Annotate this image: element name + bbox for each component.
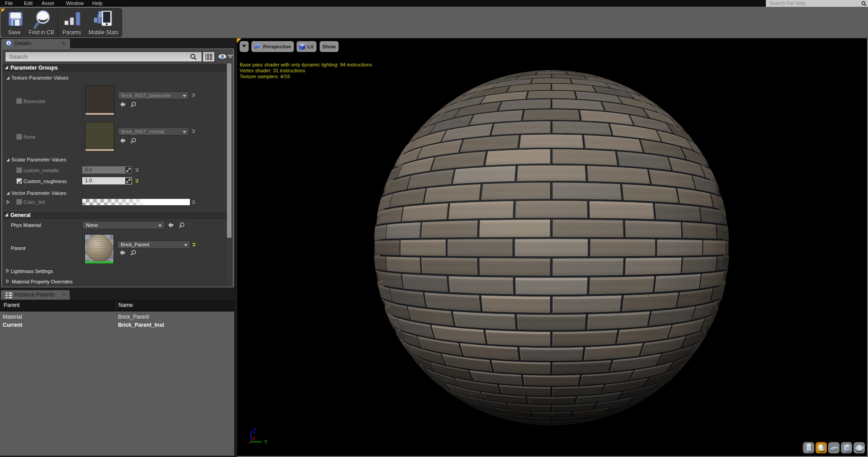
svg-text:Y: Y xyxy=(264,439,268,445)
svg-text:X: X xyxy=(252,436,255,442)
svg-text:Z: Z xyxy=(253,428,256,434)
